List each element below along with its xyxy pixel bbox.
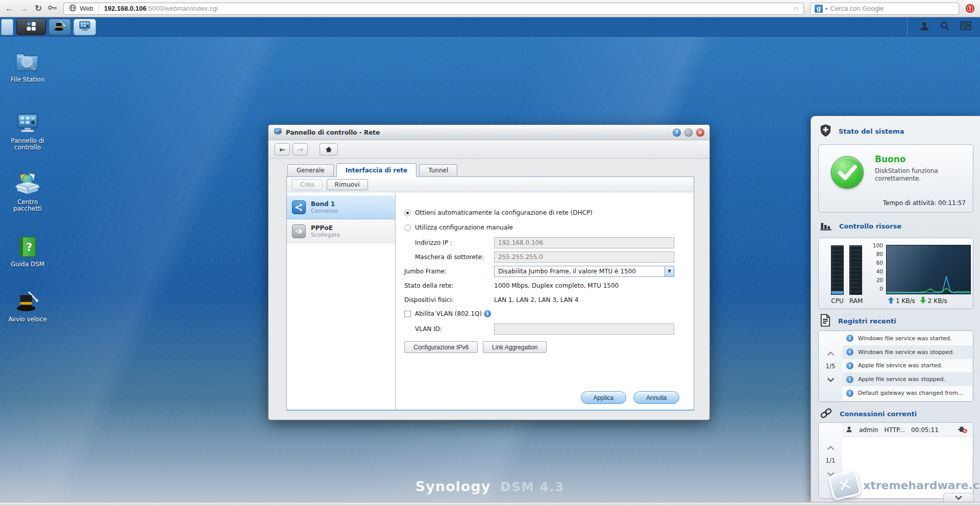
interface-status: Connesso	[311, 208, 338, 214]
vlan-id-input[interactable]	[494, 323, 674, 335]
log-entry[interactable]: i Default gateway was changed from...	[842, 386, 972, 400]
window-home-button[interactable]	[320, 143, 338, 156]
user-icon[interactable]	[919, 20, 930, 32]
vlan-checkbox[interactable]	[404, 311, 411, 317]
physical-devices-row: Dispositivi fisici: LAN 1, LAN 2, LAN 3,…	[404, 294, 694, 306]
network-graph-plot	[886, 245, 971, 294]
recent-logs-card: 1/5 i Windows file service was started. …	[818, 331, 973, 402]
main-menu-button[interactable]	[16, 19, 46, 35]
url-input[interactable]: 192.168.0.106:5000/webman/index.cgi	[99, 5, 792, 12]
quick-start-taskbar-button[interactable]	[48, 19, 71, 35]
jumbo-frame-select[interactable]: Disabilita Jumbo Frame, il valore MTU è …	[494, 266, 674, 277]
key-icon[interactable]	[48, 4, 57, 13]
y-tick-100: 100	[869, 242, 883, 248]
network-form: Ottieni automaticamente la configurazion…	[396, 193, 694, 410]
browser-forward-icon[interactable]: →	[20, 4, 29, 13]
subnet-input[interactable]: 255.255.255.0	[494, 251, 674, 263]
google-icon: g	[815, 5, 823, 13]
desktop-icon-package-center[interactable]: Centro pacchetti	[4, 170, 51, 212]
desktop-icon-label: File Station	[4, 77, 51, 83]
window-back-button[interactable]: ←	[275, 143, 290, 156]
logs-pager: 1/5	[819, 331, 842, 401]
log-text: Apple file service was stopped.	[858, 376, 945, 383]
system-status-description: DiskStation funziona correttamente.	[875, 167, 962, 183]
dsm-version: DSM 4.3	[500, 480, 565, 494]
log-entry[interactable]: i Apple file service was started.	[842, 359, 972, 373]
select-dropdown-icon[interactable]: ▼	[665, 266, 674, 276]
tab-interfaccia-di-rete[interactable]: Interfaccia di rete	[336, 163, 417, 177]
ip-input[interactable]: 192.168.0.106	[494, 237, 674, 248]
desktop-icon-file-station[interactable]: File Station	[4, 48, 51, 83]
log-entry[interactable]: i Windows file service was stopped.	[842, 345, 972, 359]
browser-back-icon[interactable]: ←	[5, 4, 14, 13]
manual-config-radio[interactable]	[404, 224, 411, 231]
control-panel-taskbar-button[interactable]	[74, 19, 96, 35]
url-bar[interactable]: Web 192.168.0.106:5000/webman/index.cgi …	[63, 3, 804, 15]
chain-link-icon	[819, 407, 833, 421]
jumbo-frame-selected-value: Disabilita Jumbo Frame, il valore MTU è …	[498, 268, 636, 275]
search-icon[interactable]	[939, 20, 950, 32]
search-bar[interactable]: g ▾ Cerca con Google	[810, 3, 959, 15]
subnet-row: Maschera di sottorete: 255.255.255.0	[404, 251, 694, 263]
ipv6-config-button[interactable]: Configurazione IPv6	[404, 341, 478, 353]
site-identity[interactable]: Web	[67, 3, 99, 14]
window-title: Pannello di controllo - Rete	[286, 129, 669, 136]
log-entry[interactable]: i Apple file service was stopped.	[842, 372, 972, 386]
connection-user: admin	[859, 426, 878, 434]
ip-label: Indirizzo IP :	[415, 239, 494, 246]
connections-card: 1/1 admin HTTP... 00:05:11	[818, 422, 973, 499]
dhcp-radio[interactable]	[404, 210, 411, 216]
desktop-icon-dsm-help[interactable]: ? Guida DSM	[4, 233, 51, 268]
taskbar-right-tray	[907, 17, 980, 36]
subnet-label: Maschera di sottorete:	[415, 254, 494, 261]
bar-chart-icon	[819, 219, 832, 233]
pilot-view-icon[interactable]	[960, 20, 971, 32]
interface-name: Bond 1	[311, 200, 338, 208]
remove-button[interactable]: Rimuovi	[327, 179, 368, 190]
control-panel-desktop-icon	[4, 109, 51, 135]
pager-up-icon[interactable]	[827, 348, 835, 358]
interface-item-bond1[interactable]: Bond 1 Connesso	[287, 195, 395, 219]
browser-reload-icon[interactable]: ↻	[35, 4, 42, 13]
pager-down-icon[interactable]	[827, 374, 835, 384]
window-help-button[interactable]: ?	[673, 129, 681, 137]
dsm-taskbar	[0, 17, 980, 37]
panel-collapse-button[interactable]	[943, 493, 974, 502]
bookmark-star-icon[interactable]: ☆	[792, 4, 800, 13]
show-desktop-button[interactable]	[1, 19, 13, 35]
pager-up-icon[interactable]	[827, 443, 835, 452]
apply-button[interactable]: Applica	[581, 391, 626, 404]
window-body: Generale Interfaccia di rete Tunnel Crea…	[286, 163, 694, 411]
disconnect-icon[interactable]	[957, 425, 967, 435]
desktop-icon-control-panel[interactable]: Pannello di controllo	[4, 109, 51, 151]
log-text: Apple file service was started.	[858, 362, 943, 369]
interface-status: Scollegato	[311, 232, 340, 238]
resource-monitor-card: CPU RAM 100 80 60 40 20 0 1 KB/s 2 KB/s	[818, 238, 973, 309]
tab-content: Crea Rimuovi Bond 1 Connesso	[286, 176, 694, 411]
window-forward-button[interactable]: →	[292, 143, 308, 156]
window-close-button[interactable]: ×	[696, 129, 704, 137]
vlan-info-icon[interactable]: i	[484, 310, 491, 317]
pager-down-icon[interactable]	[827, 469, 835, 478]
interface-main: Bond 1 Connesso PPPoE Scollegato	[287, 193, 694, 410]
interface-item-pppoe[interactable]: PPPoE Scollegato	[287, 219, 395, 243]
connection-row[interactable]: admin HTTP... 00:05:11	[842, 423, 972, 437]
tab-tunnel[interactable]: Tunnel	[419, 164, 457, 176]
pppoe-interface-icon	[292, 224, 306, 238]
window-titlebar[interactable]: Pannello di controllo - Rete ? ×	[268, 125, 709, 140]
log-entry[interactable]: i Windows file service was started.	[842, 332, 972, 345]
vlan-checkbox-label: Abilita VLAN (802.1Q)	[415, 310, 482, 317]
window-minimize-button[interactable]	[684, 129, 693, 137]
link-aggregation-button[interactable]: Link Aggregation	[483, 341, 547, 353]
tab-strip: Generale Interfaccia di rete Tunnel	[286, 163, 694, 176]
tab-generale[interactable]: Generale	[287, 164, 334, 176]
adblock-icon[interactable]	[965, 4, 975, 13]
log-document-icon	[819, 314, 831, 328]
create-button[interactable]: Crea	[292, 179, 323, 190]
desktop-icon-quick-start[interactable]: Avvio veloce	[4, 288, 51, 323]
search-engine-caret-icon[interactable]: ▾	[825, 6, 828, 11]
synology-logo: Synology	[415, 478, 491, 494]
cancel-button[interactable]: Annulla	[633, 391, 679, 404]
logs-pager-value: 1/5	[825, 363, 835, 370]
package-center-icon	[4, 170, 51, 196]
